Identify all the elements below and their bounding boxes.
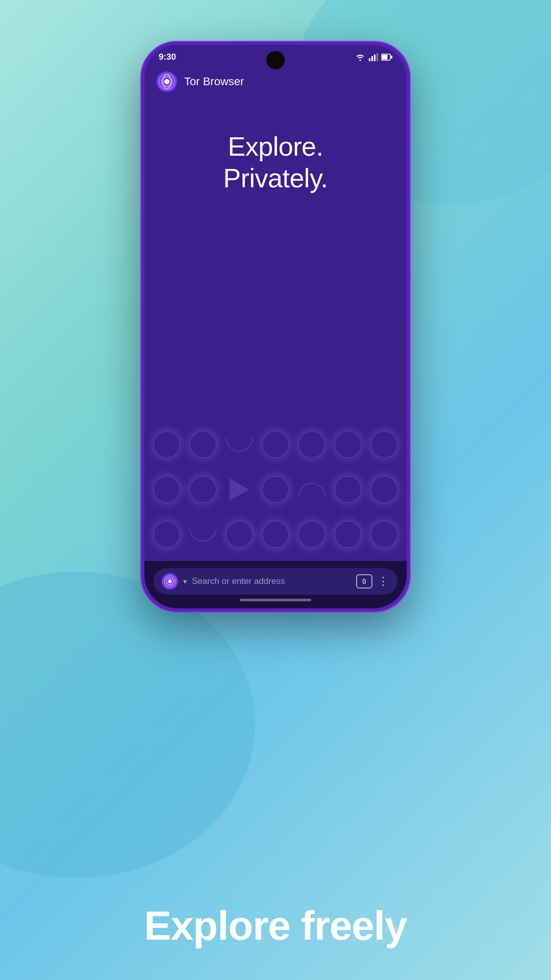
deco-16 — [186, 513, 220, 556]
svg-point-15 — [168, 580, 172, 583]
tor-logo-icon — [157, 71, 177, 92]
deco-17 — [222, 513, 256, 556]
deco-18 — [258, 513, 292, 556]
status-time: 9:30 — [159, 52, 176, 62]
deco-14 — [367, 468, 402, 511]
tor-badge-icon — [162, 573, 178, 590]
phone-screen: 9:30 — [144, 45, 407, 608]
bottom-tagline: Explore freely — [0, 902, 551, 949]
search-bar[interactable]: ▾ Search or enter address 0 ⋮ — [154, 568, 397, 595]
decorative-area — [144, 418, 407, 561]
hero-line2: Privately. — [223, 162, 328, 194]
camera-notch — [266, 51, 285, 69]
deco-10 — [222, 468, 256, 511]
deco-1 — [149, 423, 184, 466]
search-input[interactable]: Search or enter address — [192, 576, 351, 586]
battery-icon — [381, 54, 392, 61]
main-content: Explore. Privately. — [144, 100, 407, 561]
deco-4 — [258, 423, 292, 466]
deco-5 — [295, 423, 329, 466]
home-bar — [240, 599, 311, 601]
signal-icon — [369, 53, 378, 61]
background-blob-2 — [0, 572, 255, 878]
svg-rect-1 — [371, 56, 373, 61]
hero-line1: Explore. — [223, 131, 328, 162]
deco-21 — [367, 513, 402, 556]
deco-7 — [367, 423, 402, 466]
svg-rect-5 — [382, 55, 388, 60]
svg-point-10 — [164, 79, 169, 84]
circles-grid — [144, 418, 407, 561]
deco-3 — [222, 423, 256, 466]
deco-15 — [149, 513, 184, 556]
svg-rect-0 — [369, 58, 370, 61]
deco-20 — [331, 513, 365, 556]
status-icons — [355, 53, 392, 61]
tab-counter[interactable]: 0 — [356, 574, 372, 589]
wifi-icon — [355, 53, 366, 61]
deco-8 — [149, 468, 184, 511]
deco-2 — [186, 423, 220, 466]
deco-6 — [331, 423, 365, 466]
hero-text: Explore. Privately. — [223, 131, 328, 194]
app-bar: Tor Browser — [144, 66, 407, 100]
bottom-bar: ▾ Search or enter address 0 ⋮ — [144, 561, 407, 608]
deco-11 — [258, 468, 292, 511]
phone-mockup: 9:30 — [140, 41, 411, 612]
deco-19 — [295, 513, 329, 556]
app-title: Tor Browser — [184, 75, 244, 88]
svg-rect-3 — [377, 53, 378, 61]
phone-outer-shell: 9:30 — [140, 41, 411, 612]
home-indicator — [154, 595, 397, 603]
svg-rect-2 — [374, 55, 375, 61]
chevron-down-icon[interactable]: ▾ — [183, 577, 187, 585]
deco-13 — [331, 468, 365, 511]
menu-dots-icon[interactable]: ⋮ — [378, 575, 389, 588]
deco-12 — [295, 468, 329, 511]
svg-rect-6 — [391, 56, 392, 59]
deco-9 — [186, 468, 220, 511]
